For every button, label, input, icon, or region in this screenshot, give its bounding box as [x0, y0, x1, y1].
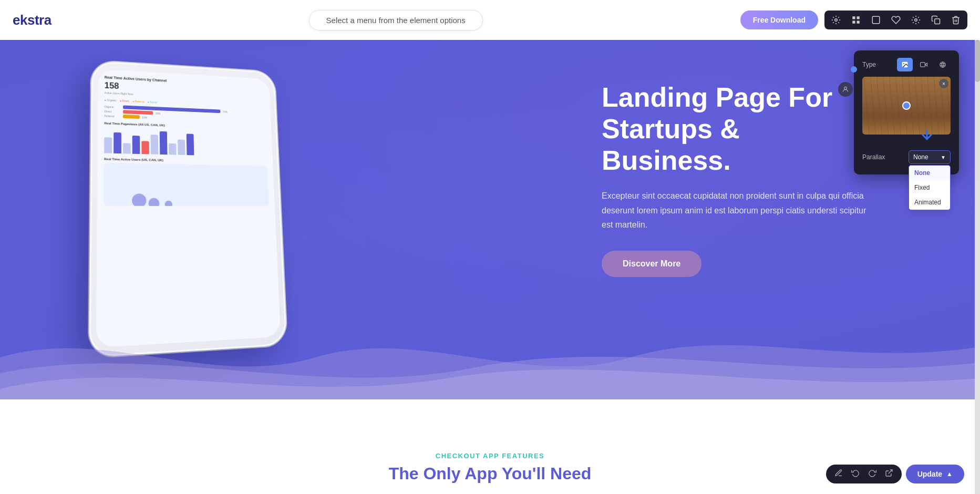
map-dot-small — [165, 201, 173, 206]
type-map-button[interactable] — [935, 58, 951, 71]
svg-line-17 — [888, 470, 892, 474]
svg-rect-2 — [857, 16, 859, 19]
image-dot — [902, 101, 911, 110]
undo-icon[interactable] — [851, 469, 860, 479]
phone-body: Real Time Active Users by Channel 158 Ac… — [89, 60, 287, 357]
map-area — [104, 163, 269, 207]
update-label: Update — [917, 470, 942, 478]
parallax-select-wrapper: None ▼ None Fixed Animated — [909, 150, 951, 164]
scrollbar[interactable] — [975, 40, 980, 494]
parallax-dropdown-menu: None Fixed Animated — [909, 165, 951, 210]
chevron-down-icon: ▼ — [941, 155, 946, 160]
logo: ekstra — [13, 12, 51, 28]
close-image-button[interactable]: × — [939, 79, 948, 88]
grid-icon[interactable] — [850, 14, 862, 26]
svg-rect-5 — [872, 16, 880, 24]
external-link-icon[interactable] — [885, 469, 893, 479]
pencil-icon[interactable] — [834, 469, 843, 479]
top-right-controls: Free Download — [740, 11, 967, 29]
bar-label-1: Organic — [105, 105, 121, 108]
image-preview: × — [862, 77, 951, 135]
center-prompt: Select a menu from the element options — [309, 10, 483, 30]
free-download-button[interactable]: Free Download — [740, 11, 818, 29]
svg-rect-3 — [852, 21, 855, 24]
type-row: Type — [862, 58, 951, 71]
icon-toolbar — [824, 11, 967, 29]
parallax-select[interactable]: None ▼ — [909, 150, 951, 164]
bar-label-2: Direct — [104, 109, 120, 113]
bottom-icon-bar — [826, 465, 902, 483]
arrow-down-icon — [919, 127, 935, 145]
map-dot-large — [132, 193, 146, 206]
parallax-label: Parallax — [862, 153, 885, 161]
dropdown-option-animated[interactable]: Animated — [909, 195, 950, 210]
dropdown-option-none[interactable]: None — [909, 166, 950, 180]
top-bar: ekstra Select a menu from the element op… — [0, 0, 980, 40]
bottom-toolbar: Update ▲ — [826, 465, 964, 483]
svg-rect-7 — [935, 19, 940, 24]
square-icon[interactable] — [870, 14, 882, 26]
type-icons — [897, 58, 951, 71]
svg-point-13 — [940, 62, 946, 68]
svg-point-0 — [835, 19, 838, 22]
trash-icon[interactable] — [950, 14, 962, 26]
svg-point-8 — [844, 87, 847, 89]
heart-icon[interactable] — [890, 14, 902, 26]
main-area: Real Time Active Users by Channel 158 Ac… — [0, 40, 980, 494]
bar-label-3: Referral — [104, 114, 120, 118]
type-image-button[interactable] — [897, 58, 913, 71]
discover-more-button[interactable]: Discover More — [602, 251, 702, 277]
copy-icon[interactable] — [930, 14, 942, 26]
dropdown-option-fixed[interactable]: Fixed — [909, 180, 950, 195]
hero-heading: Landing Page ForStartups & Business. — [602, 82, 875, 176]
hero-text-section: Landing Page ForStartups & Business. Exc… — [602, 82, 875, 277]
svg-marker-11 — [925, 63, 927, 66]
screen-content: Real Time Active Users by Channel 158 Ac… — [96, 69, 281, 347]
panel-dot — [851, 66, 857, 73]
svg-point-10 — [903, 63, 904, 64]
legend-direct: ● Direct — [120, 99, 129, 102]
checkout-label: Checkout App Features — [436, 452, 545, 460]
checkout-heading: The Only App You'll Need — [389, 464, 592, 483]
phone-screen: Real Time Active Users by Channel 158 Ac… — [96, 69, 281, 347]
scrollbar-thumb[interactable] — [975, 40, 980, 82]
type-label: Type — [862, 61, 876, 68]
bar-chart — [104, 127, 267, 157]
arrow-container — [862, 140, 951, 150]
hero-subtext: Excepteur sint occaecat cupidatat non pr… — [602, 189, 875, 232]
map-dot-medium — [148, 198, 159, 206]
gear-icon[interactable] — [910, 14, 922, 26]
legend-social: ● Social — [148, 100, 157, 104]
update-chevron-icon: ▲ — [946, 470, 953, 478]
redo-icon[interactable] — [868, 469, 876, 479]
svg-rect-4 — [857, 21, 859, 24]
update-button[interactable]: Update ▲ — [906, 465, 964, 483]
user-icon — [838, 82, 853, 97]
svg-rect-12 — [921, 63, 925, 67]
legend-organic: ● Organic — [105, 98, 117, 102]
svg-point-6 — [915, 19, 917, 22]
panel-overlay: Type × — [854, 50, 959, 174]
settings-icon[interactable] — [830, 14, 842, 26]
parallax-row: Parallax None ▼ None Fixed Animated — [862, 150, 951, 164]
type-video-button[interactable] — [916, 58, 932, 71]
panel-type-section: Type × — [854, 50, 959, 174]
legend-referral: ● Referral — [132, 100, 145, 104]
svg-rect-1 — [852, 16, 855, 19]
selected-value: None — [913, 153, 929, 161]
